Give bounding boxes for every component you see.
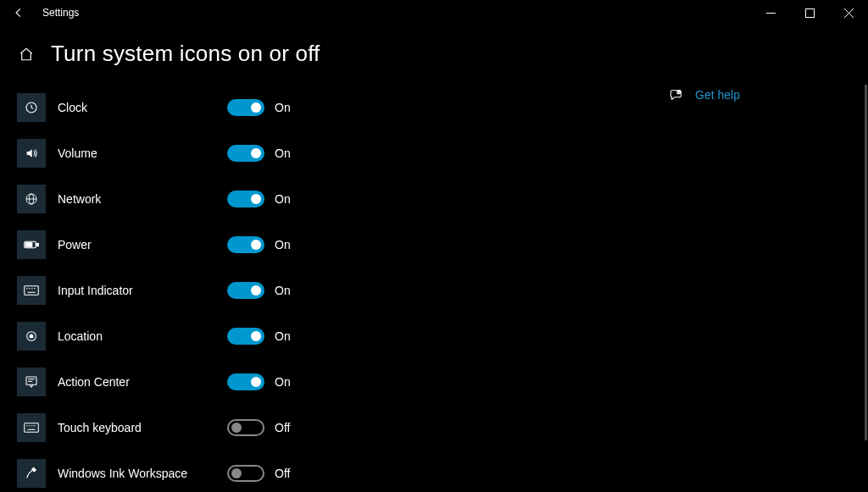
- close-button[interactable]: [829, 0, 868, 25]
- home-icon[interactable]: [17, 47, 36, 62]
- setting-label: Action Center: [58, 375, 227, 389]
- setting-row: ClockOn: [17, 85, 644, 130]
- setting-label: Volume: [58, 146, 227, 160]
- svg-point-18: [30, 334, 33, 338]
- toggle-state-label: On: [275, 284, 291, 297]
- toggle-switch[interactable]: [227, 373, 264, 390]
- setting-label: Location: [58, 329, 227, 343]
- toggle-state-label: On: [275, 192, 291, 206]
- setting-label: Power: [58, 238, 227, 252]
- app-title: Settings: [42, 7, 79, 19]
- keyboard-icon: [17, 276, 46, 305]
- svg-rect-11: [25, 286, 39, 296]
- setting-label: Input Indicator: [58, 284, 227, 297]
- volume-icon: [17, 139, 46, 168]
- toggle-state-label: On: [275, 329, 291, 343]
- svg-rect-1: [805, 8, 814, 17]
- svg-rect-9: [36, 244, 38, 246]
- window-controls: [751, 0, 868, 25]
- location-icon: [17, 322, 46, 351]
- get-help-link[interactable]: Get help: [695, 88, 740, 102]
- setting-row: NetworkOn: [17, 176, 644, 222]
- action-center-icon: [17, 368, 46, 396]
- toggle-state-label: On: [275, 375, 291, 389]
- setting-label: Touch keyboard: [58, 421, 227, 434]
- setting-label: Network: [58, 192, 227, 206]
- setting-row: VolumeOn: [17, 130, 644, 176]
- clock-icon: [17, 93, 46, 122]
- toggle-switch[interactable]: [227, 145, 264, 162]
- toggle-switch[interactable]: [227, 191, 264, 207]
- setting-row: Windows Ink WorkspaceOff: [17, 451, 644, 492]
- toggle-switch[interactable]: [227, 236, 264, 253]
- toggle-switch[interactable]: [227, 99, 264, 116]
- help-section: ? Get help: [670, 88, 740, 102]
- network-icon: [17, 185, 46, 213]
- setting-row: Touch keyboardOff: [17, 405, 644, 451]
- minimize-button[interactable]: [751, 0, 790, 25]
- toggle-switch[interactable]: [227, 419, 264, 436]
- keyboard-icon: [17, 413, 46, 442]
- toggle-switch[interactable]: [227, 328, 264, 345]
- svg-rect-19: [26, 377, 36, 384]
- content-area: ClockOnVolumeOnNetworkOnPowerOnInput Ind…: [17, 85, 860, 492]
- toggle-state-label: On: [275, 101, 291, 114]
- maximize-button[interactable]: [790, 0, 829, 25]
- scrollbar[interactable]: [865, 85, 867, 440]
- toggle-state-label: On: [275, 238, 291, 252]
- toggle-state-label: On: [275, 146, 291, 160]
- page-title: Turn system icons on or off: [51, 41, 320, 67]
- help-icon: ?: [670, 88, 683, 102]
- pen-icon: [17, 459, 46, 488]
- back-button[interactable]: [5, 0, 32, 25]
- toggle-switch[interactable]: [227, 282, 264, 299]
- setting-row: LocationOn: [17, 313, 644, 359]
- setting-label: Windows Ink Workspace: [58, 467, 227, 480]
- setting-row: Action CenterOn: [17, 359, 644, 405]
- titlebar: Settings: [0, 0, 868, 25]
- setting-row: Input IndicatorOn: [17, 268, 644, 313]
- page-header: Turn system icons on or off: [0, 25, 868, 82]
- setting-label: Clock: [58, 101, 227, 114]
- power-icon: [17, 230, 46, 259]
- svg-rect-10: [25, 243, 32, 247]
- toggle-state-label: Off: [275, 421, 290, 434]
- svg-text:?: ?: [678, 91, 680, 94]
- svg-rect-22: [25, 423, 39, 433]
- toggle-switch[interactable]: [227, 465, 264, 482]
- toggle-state-label: Off: [275, 467, 290, 480]
- setting-row: PowerOn: [17, 222, 644, 268]
